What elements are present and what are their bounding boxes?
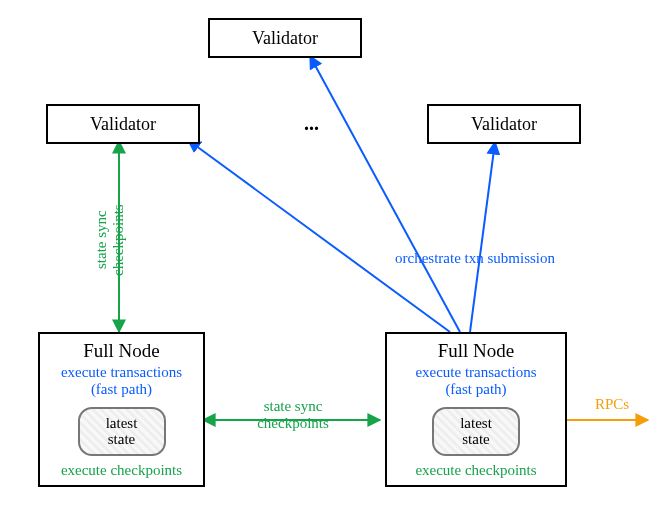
rpcs-label: RPCs (582, 396, 642, 413)
full-node-right-box: Full Node execute transactions (fast pat… (385, 332, 567, 487)
orchestrate-label: orchestrate txn submission (395, 250, 615, 267)
full-node-right-title: Full Node (391, 340, 561, 362)
full-node-left-title: Full Node (44, 340, 199, 362)
full-node-left-box: Full Node execute transactions (fast pat… (38, 332, 205, 487)
full-node-left-state-box: latest state (78, 407, 166, 456)
full-node-left-exec: execute transactions (fast path) (44, 364, 199, 399)
validator-right-box: Validator (427, 104, 581, 144)
state-sync-label-horizontal: state sync checkpoints (243, 398, 343, 433)
full-node-right-state-box: latest state (432, 407, 520, 456)
validator-top-label: Validator (252, 28, 318, 49)
validators-ellipsis: ... (304, 112, 319, 135)
validator-top-box: Validator (208, 18, 362, 58)
full-node-left-checkpoints: execute checkpoints (44, 462, 199, 479)
state-sync-label-vertical: state sync checkpoints (93, 180, 128, 300)
full-node-right-checkpoints: execute checkpoints (391, 462, 561, 479)
orchestrate-arrow-to-right-validator (470, 142, 495, 332)
orchestrate-arrow-to-left-validator (188, 140, 450, 332)
full-node-right-exec: execute transactions (fast path) (391, 364, 561, 399)
validator-right-label: Validator (471, 114, 537, 135)
validator-left-box: Validator (46, 104, 200, 144)
validator-left-label: Validator (90, 114, 156, 135)
orchestrate-arrow-to-top-validator (310, 56, 460, 332)
